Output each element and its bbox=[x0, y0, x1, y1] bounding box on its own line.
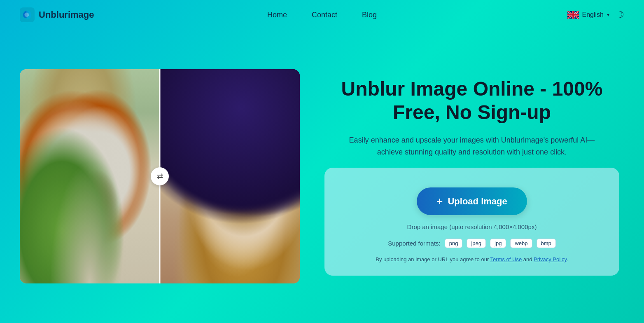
image-comparison: ⇄ bbox=[20, 69, 300, 283]
terms-link[interactable]: Terms of Use bbox=[490, 256, 522, 262]
formats-label: Supported formats: bbox=[388, 240, 441, 247]
privacy-link[interactable]: Privacy Policy bbox=[534, 256, 567, 262]
right-food-image bbox=[160, 69, 300, 283]
header: Unblurimage Home Contact Blog English ▾ … bbox=[0, 0, 644, 30]
chevron-down-icon: ▾ bbox=[607, 12, 609, 18]
hero-subtitle: Easily enhance and upscale your images w… bbox=[344, 134, 600, 158]
format-badge-jpg: jpg bbox=[490, 239, 506, 248]
upload-box: + Upload Image Drop an image (upto resol… bbox=[324, 168, 619, 276]
main-content: ⇄ Unblur Image Online - 100% Free, No Si… bbox=[0, 30, 644, 323]
terms-text: By uploading an image or URL you agree t… bbox=[376, 256, 568, 262]
header-right: English ▾ ☽ bbox=[567, 9, 624, 20]
logo-icon bbox=[20, 7, 35, 22]
plus-icon: + bbox=[436, 195, 443, 208]
format-badge-webp: webp bbox=[510, 239, 532, 248]
nav-home[interactable]: Home bbox=[267, 11, 287, 19]
uk-flag-icon bbox=[567, 11, 579, 19]
upload-panel: Unblur Image Online - 100% Free, No Sign… bbox=[324, 77, 619, 276]
format-badge-jpeg: jpeg bbox=[467, 239, 486, 248]
theme-toggle-button[interactable]: ☽ bbox=[616, 9, 624, 20]
language-selector[interactable]: English ▾ bbox=[567, 11, 609, 19]
language-label: English bbox=[582, 11, 604, 19]
comparison-right-panel bbox=[160, 69, 300, 283]
main-nav: Home Contact Blog bbox=[267, 11, 377, 19]
upload-button-label: Upload Image bbox=[448, 196, 507, 207]
drop-text: Drop an image (upto resolution 4,000×4,0… bbox=[407, 223, 537, 230]
swap-button[interactable]: ⇄ bbox=[151, 167, 169, 185]
hero-title-line1: Unblur Image Online - 100% bbox=[341, 78, 603, 100]
logo-text: Unblurimage bbox=[39, 9, 94, 20]
left-food-image bbox=[20, 69, 160, 283]
format-badge-png: png bbox=[445, 239, 463, 248]
nav-contact[interactable]: Contact bbox=[312, 11, 337, 19]
formats-row: Supported formats: png jpeg jpg webp bmp bbox=[388, 239, 556, 248]
hero-title: Unblur Image Online - 100% Free, No Sign… bbox=[324, 77, 619, 124]
hero-title-line2: Free, No Sign-up bbox=[393, 101, 551, 123]
upload-image-button[interactable]: + Upload Image bbox=[417, 187, 527, 215]
nav-blog[interactable]: Blog bbox=[362, 11, 377, 19]
logo[interactable]: Unblurimage bbox=[20, 7, 94, 22]
comparison-left-panel bbox=[20, 69, 160, 283]
format-badge-bmp: bmp bbox=[537, 239, 556, 248]
